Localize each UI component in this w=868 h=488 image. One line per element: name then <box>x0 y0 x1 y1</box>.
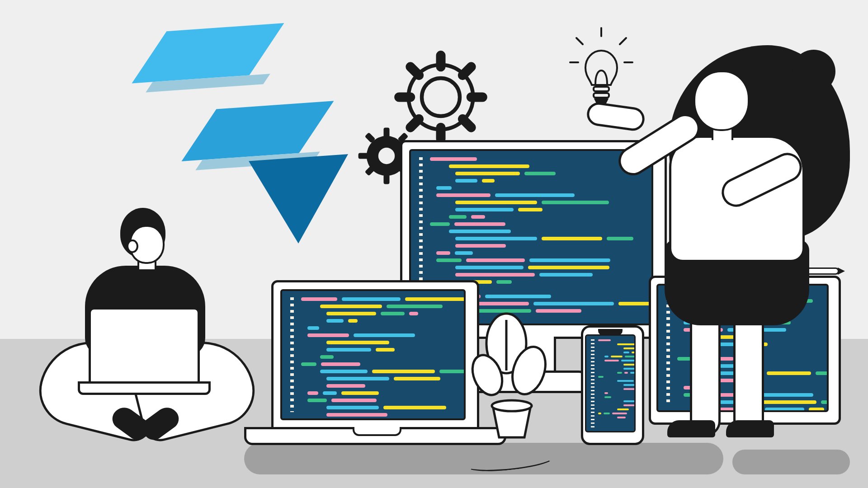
svg-rect-3 <box>384 128 390 138</box>
man-laptop-icon <box>89 307 200 388</box>
svg-point-1 <box>409 65 473 130</box>
svg-line-13 <box>576 38 583 44</box>
laptop-notch <box>353 427 401 436</box>
plant-icon <box>466 312 556 447</box>
person-seated-man <box>36 208 253 461</box>
woman-shadow <box>732 450 850 474</box>
person-standing-woman <box>601 45 854 434</box>
svg-point-0 <box>422 78 460 116</box>
svg-line-14 <box>620 38 626 44</box>
svg-point-22 <box>492 400 532 411</box>
svg-rect-5 <box>359 153 369 159</box>
illustration-stage <box>0 0 868 488</box>
laptop-screen <box>280 289 466 420</box>
svg-point-11 <box>378 148 395 164</box>
svg-rect-4 <box>384 174 390 184</box>
